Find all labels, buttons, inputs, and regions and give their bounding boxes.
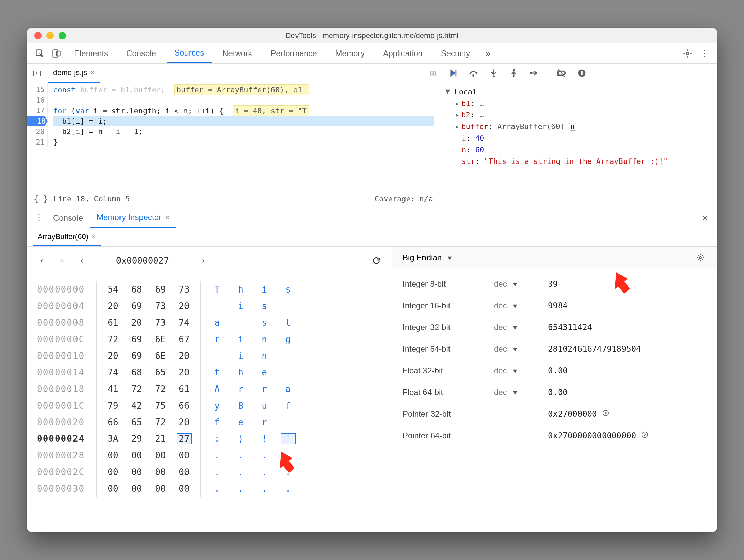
memory-row[interactable]: 0000001C79427566yBuf: [37, 397, 382, 414]
memory-icon[interactable]: ⁞⁞: [569, 123, 576, 131]
ascii-cell[interactable]: .: [233, 483, 248, 494]
ascii-cell[interactable]: B: [233, 401, 248, 411]
hex-cell[interactable]: 79: [106, 401, 121, 411]
next-address-icon[interactable]: ›: [197, 254, 210, 267]
scope-pane[interactable]: ▼ Local b1: …b2: …buffer: ArrayBuffer(60…: [440, 83, 717, 208]
drawer-tab-memory-inspector[interactable]: Memory Inspector ×: [90, 208, 176, 228]
ascii-cell[interactable]: i: [233, 301, 248, 311]
ascii-cell[interactable]: a: [210, 318, 224, 328]
hex-cell[interactable]: 6E: [153, 351, 168, 361]
scope-item[interactable]: n: 60: [455, 144, 712, 156]
hex-cell[interactable]: 20: [177, 367, 192, 378]
ascii-cell[interactable]: i: [233, 351, 248, 361]
tab-elements[interactable]: Elements: [67, 43, 115, 63]
hex-cell[interactable]: 72: [153, 417, 168, 427]
gutter-line[interactable]: 18: [27, 116, 48, 126]
memory-row[interactable]: 0000000861207374a st: [37, 314, 382, 331]
hex-cell[interactable]: 72: [153, 384, 168, 394]
hex-cell[interactable]: 00: [177, 483, 192, 494]
ascii-cell[interactable]: f: [210, 417, 224, 427]
hex-cell[interactable]: 66: [106, 417, 121, 427]
hex-cell[interactable]: 73: [153, 318, 168, 328]
memory-row[interactable]: 0000000C72696E67ring: [37, 331, 382, 347]
ascii-cell[interactable]: t: [210, 367, 224, 378]
file-tab[interactable]: demo-js.js ×: [48, 64, 100, 83]
gutter-line[interactable]: 16: [27, 95, 45, 105]
memory-row[interactable]: 0000003000000000....: [37, 480, 382, 497]
memory-row[interactable]: 0000001020696E20 in: [37, 347, 382, 364]
ascii-cell[interactable]: r: [233, 384, 248, 394]
hex-cell[interactable]: 69: [129, 334, 144, 344]
ascii-cell[interactable]: [210, 301, 224, 311]
hex-cell[interactable]: 00: [106, 450, 121, 460]
memory-row[interactable]: 0000000420697320 is: [37, 298, 382, 314]
ascii-cell[interactable]: .: [210, 450, 224, 460]
hex-cell[interactable]: 20: [177, 351, 192, 361]
rep-select[interactable]: dec: [494, 388, 517, 397]
hex-cell[interactable]: 73: [153, 301, 168, 311]
hex-cell[interactable]: 00: [129, 483, 144, 494]
hex-cell[interactable]: 72: [129, 384, 144, 394]
ascii-cell[interactable]: .: [233, 467, 248, 477]
ascii-cell[interactable]: a: [281, 384, 296, 394]
gutter-line[interactable]: 17: [27, 105, 45, 116]
scope-item[interactable]: b1: …: [455, 98, 712, 109]
ascii-cell[interactable]: :: [210, 434, 224, 444]
hex-cell[interactable]: 68: [129, 367, 144, 378]
hex-cell[interactable]: 69: [153, 284, 168, 295]
memory-row[interactable]: 0000001474686520the: [37, 364, 382, 381]
ascii-cell[interactable]: .: [233, 450, 248, 460]
ascii-cell[interactable]: y: [210, 401, 224, 411]
hex-cell[interactable]: 20: [177, 301, 192, 311]
ascii-cell[interactable]: T: [210, 284, 224, 295]
hex-cell[interactable]: 73: [177, 284, 192, 295]
ascii-cell[interactable]: e: [257, 367, 272, 378]
ascii-cell[interactable]: i: [257, 284, 272, 295]
device-toolbar-icon[interactable]: [50, 47, 63, 60]
memory-row[interactable]: 0000000054686973This: [37, 281, 382, 298]
ascii-cell[interactable]: .: [257, 483, 272, 494]
hex-cell[interactable]: 00: [106, 483, 121, 494]
resume-icon[interactable]: [446, 66, 460, 80]
hex-cell[interactable]: 20: [106, 301, 121, 311]
rep-select[interactable]: dec: [494, 344, 517, 354]
ascii-cell[interactable]: [281, 417, 296, 427]
refresh-icon[interactable]: [370, 254, 383, 267]
go-to-address-icon[interactable]: [641, 431, 649, 440]
more-file-tabs-icon[interactable]: [426, 66, 440, 80]
ascii-cell[interactable]: s: [257, 301, 272, 311]
pause-exceptions-icon[interactable]: [575, 66, 589, 80]
hex-cell[interactable]: 54: [106, 284, 121, 295]
ascii-cell[interactable]: r: [210, 334, 224, 344]
hex-cell[interactable]: 00: [106, 467, 121, 477]
rep-select[interactable]: dec: [494, 279, 517, 289]
ascii-cell[interactable]: A: [210, 384, 224, 394]
hex-cell[interactable]: 20: [106, 351, 121, 361]
hex-cell[interactable]: 00: [177, 467, 192, 477]
ascii-cell[interactable]: .: [257, 467, 272, 477]
memory-row[interactable]: 0000001841727261Arra: [37, 381, 382, 397]
step-into-icon[interactable]: [487, 66, 500, 80]
hex-cell[interactable]: 72: [106, 334, 121, 344]
more-tabs-icon[interactable]: »: [481, 47, 495, 60]
format-icon[interactable]: { }: [34, 194, 48, 204]
ascii-cell[interactable]: .: [257, 450, 272, 460]
hex-cell[interactable]: 21: [153, 434, 168, 444]
drawer-menu-icon[interactable]: ⋮: [32, 211, 46, 225]
ascii-cell[interactable]: r: [257, 417, 272, 427]
step-over-icon[interactable]: [466, 66, 480, 80]
scope-item[interactable]: str: "This is a string in the ArrayBuffe…: [455, 156, 712, 167]
ascii-cell[interactable]: h: [233, 284, 248, 295]
drawer-tab-console[interactable]: Console: [47, 208, 89, 228]
hex-cell[interactable]: 66: [177, 401, 192, 411]
hex-cell[interactable]: 67: [177, 334, 192, 344]
ascii-cell[interactable]: g: [281, 334, 296, 344]
tab-network[interactable]: Network: [215, 43, 260, 63]
ascii-cell[interactable]: h: [233, 367, 248, 378]
deactivate-breakpoints-icon[interactable]: [555, 66, 568, 80]
tab-sources[interactable]: Sources: [167, 43, 212, 63]
hex-cell[interactable]: 3A: [106, 434, 121, 444]
hex-cell[interactable]: 00: [129, 467, 144, 477]
gutter-line[interactable]: 20: [27, 126, 45, 137]
ascii-cell[interactable]: .: [210, 467, 224, 477]
